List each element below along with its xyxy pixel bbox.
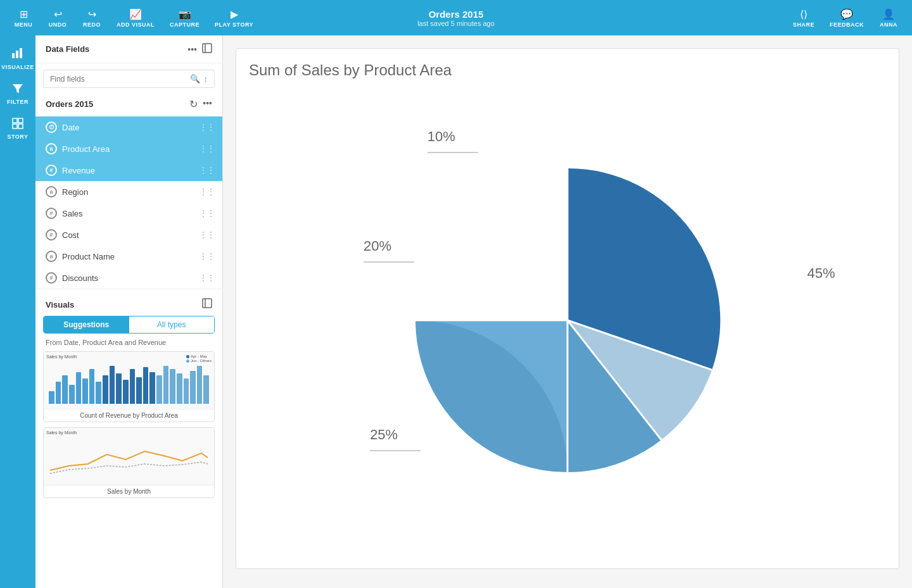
redo-button[interactable]: ↪ REDO	[76, 6, 108, 30]
mini-bar-chart	[48, 366, 210, 404]
add-visual-button[interactable]: 📈 ADD VISUAL	[110, 6, 161, 30]
field-type-icon: a	[46, 186, 57, 197]
more-options-icon[interactable]: •••	[187, 44, 197, 54]
field-name-label: Date	[62, 123, 79, 132]
data-fields-title: Data Fields	[46, 44, 89, 54]
chart-title: Sum of Sales by Product Area	[249, 61, 886, 79]
dataset-more-icon[interactable]: •••	[203, 98, 212, 110]
visualize-icon	[11, 47, 24, 63]
data-fields-header: Data Fields •••	[35, 35, 222, 63]
add-visual-icon: 📈	[129, 8, 142, 20]
label-45pct: 45%	[807, 265, 835, 282]
dataset-actions: ↻ •••	[189, 98, 212, 110]
search-icon: 🔍	[190, 74, 200, 84]
visual-card-bar[interactable]: Sales by Month Apr - May Jun - Others Co…	[43, 351, 215, 422]
visuals-tabs: Suggestions All types	[43, 316, 215, 334]
filter-icon	[12, 83, 23, 97]
sort-icon[interactable]: ↕	[204, 74, 208, 84]
user-label: ANNA	[880, 22, 897, 28]
field-item-product_name[interactable]: a Product Name ⋮⋮	[35, 246, 222, 267]
feedback-label: FEEDBACK	[830, 22, 864, 28]
drag-handle-icon[interactable]: ⋮⋮	[200, 144, 215, 153]
field-item-date[interactable]: ⏱ Date ⋮⋮	[35, 116, 222, 138]
visual-card-bar-chart: Sales by Month Apr - May Jun - Others	[44, 352, 214, 409]
field-item-sales[interactable]: # Sales ⋮⋮	[35, 203, 222, 224]
pie-wrapper: 10% 20% 25% 45%	[249, 92, 886, 548]
sidebar-item-story[interactable]: STORY	[3, 114, 32, 144]
toolbar: ⊞ MENU ↩ UNDO ↪ REDO 📈 ADD VISUAL 📷 CAPT…	[0, 0, 912, 35]
refresh-icon[interactable]: ↻	[189, 98, 198, 110]
drag-handle-icon[interactable]: ⋮⋮	[200, 123, 215, 132]
field-name-label: Product Name	[62, 252, 115, 261]
svg-rect-8	[203, 44, 212, 53]
field-type-icon: #	[46, 272, 57, 284]
drag-handle-icon[interactable]: ⋮⋮	[200, 230, 215, 239]
capture-icon: 📷	[179, 8, 191, 20]
play-story-label: PLAY STORY	[215, 22, 253, 28]
sidebar-item-filter[interactable]: FILTER	[3, 79, 32, 109]
drag-handle-icon[interactable]: ⋮⋮	[200, 273, 215, 282]
drag-handle-icon[interactable]: ⋮⋮	[200, 166, 215, 175]
svg-rect-2	[20, 48, 22, 58]
drag-handle-icon[interactable]: ⋮⋮	[200, 252, 215, 261]
field-item-cost[interactable]: # Cost ⋮⋮	[35, 224, 222, 246]
capture-button[interactable]: 📷 CAPTURE	[163, 6, 206, 30]
menu-button[interactable]: ⊞ MENU	[8, 6, 39, 30]
expand-icon[interactable]	[202, 43, 212, 55]
chart-area: Sum of Sales by Product Area	[223, 35, 912, 588]
field-item-region[interactable]: a Region ⋮⋮	[35, 181, 222, 203]
field-item-revenue[interactable]: # Revenue ⋮⋮	[35, 160, 222, 181]
svg-rect-7	[18, 124, 23, 128]
field-name-label: Revenue	[62, 166, 95, 175]
visuals-expand-icon[interactable]	[202, 298, 212, 311]
svg-rect-4	[13, 118, 17, 123]
share-button[interactable]: ⟨⟩ SHARE	[787, 6, 821, 30]
user-button[interactable]: 👤 ANNA	[873, 6, 904, 30]
visualize-label: VISUALIZE	[1, 64, 34, 70]
svg-rect-0	[12, 53, 15, 58]
tab-all-types[interactable]: All types	[129, 316, 215, 333]
field-name-label: Cost	[62, 230, 79, 240]
play-icon: ▶	[231, 8, 238, 20]
drag-handle-icon[interactable]: ⋮⋮	[200, 209, 215, 218]
feedback-button[interactable]: 💬 FEEDBACK	[823, 6, 870, 30]
field-name-label: Product Area	[62, 144, 110, 154]
field-type-icon: #	[46, 229, 57, 241]
play-story-button[interactable]: ▶ PLAY STORY	[208, 6, 260, 30]
visuals-section: Visuals Suggestions All types From Date,…	[35, 289, 222, 510]
field-type-icon: ⏱	[46, 122, 57, 133]
sidebar-item-visualize[interactable]: VISUALIZE	[0, 43, 38, 74]
add-visual-label: ADD VISUAL	[117, 22, 155, 28]
undo-label: UNDO	[49, 22, 67, 28]
user-icon: 👤	[882, 8, 895, 20]
field-item-product_area[interactable]: a Product Area ⋮⋮	[35, 138, 222, 160]
field-type-icon: a	[46, 143, 57, 154]
field-item-discounts[interactable]: # Discounts ⋮⋮	[35, 267, 222, 289]
field-type-icon: #	[46, 165, 57, 176]
visual-card-bar-label: Count of Revenue by Product Area	[44, 409, 214, 422]
field-name-label: Discounts	[62, 273, 98, 283]
undo-button[interactable]: ↩ UNDO	[42, 6, 73, 30]
visual-card-line[interactable]: Sales by Month Sales by Month	[43, 427, 215, 498]
chart-container: Sum of Sales by Product Area	[236, 48, 899, 569]
document-title: Orders 2015	[417, 9, 495, 20]
data-fields-actions: •••	[187, 43, 212, 55]
toolbar-right: ⟨⟩ SHARE 💬 FEEDBACK 👤 ANNA	[787, 6, 904, 30]
visuals-hint: From Date, Product Area and Revenue	[35, 339, 222, 351]
drag-handle-icon[interactable]: ⋮⋮	[200, 187, 215, 196]
search-input[interactable]	[50, 75, 186, 84]
data-panel: Data Fields ••• 🔍 ↕ Orders 2015 ↻ •••	[35, 35, 223, 588]
label-25pct: 25%	[370, 427, 421, 457]
redo-label: REDO	[83, 22, 101, 28]
redo-icon: ↪	[88, 8, 96, 20]
field-list: ⏱ Date ⋮⋮ a Product Area ⋮⋮ # Revenue ⋮⋮…	[35, 116, 222, 289]
field-type-icon: #	[46, 208, 57, 219]
search-bar[interactable]: 🔍 ↕	[43, 70, 215, 88]
label-10pct: 10%	[428, 128, 478, 159]
visual-card-line-label: Sales by Month	[44, 485, 214, 497]
share-icon: ⟨⟩	[800, 8, 808, 20]
filter-label: FILTER	[7, 99, 28, 105]
field-name-label: Sales	[62, 209, 83, 218]
svg-rect-1	[16, 51, 18, 58]
tab-suggestions[interactable]: Suggestions	[44, 316, 129, 333]
